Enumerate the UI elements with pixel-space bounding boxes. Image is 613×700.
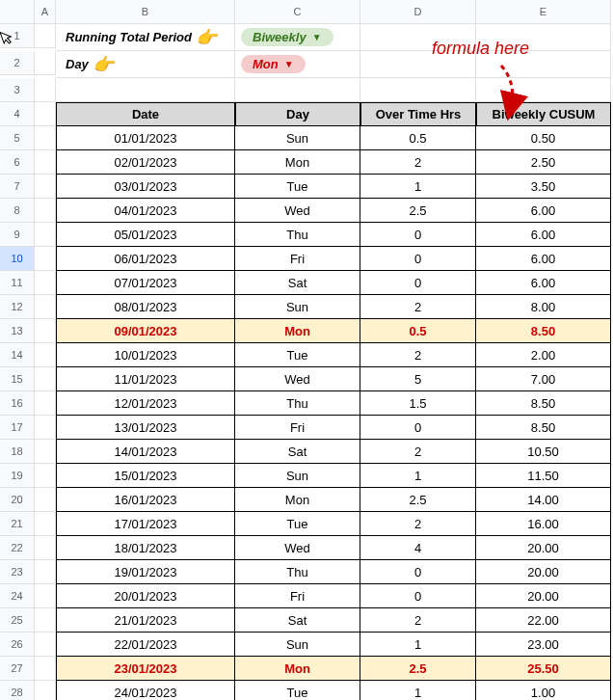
table-header[interactable]: Over Time Hrs — [360, 102, 476, 126]
overtime-cell[interactable]: 4 — [360, 536, 476, 560]
cell-a1[interactable] — [35, 24, 56, 48]
row-header[interactable]: 22 — [0, 536, 35, 560]
corner-cell[interactable] — [0, 0, 35, 24]
row-header[interactable]: 14 — [0, 343, 35, 367]
cusum-cell[interactable]: 6.00 — [476, 247, 611, 271]
cusum-cell[interactable]: 2.00 — [476, 343, 611, 367]
row-header[interactable]: 12 — [0, 295, 35, 319]
day-cell[interactable]: Mon — [235, 657, 360, 681]
overtime-cell[interactable]: 1 — [360, 681, 476, 700]
column-header[interactable]: D — [360, 0, 476, 24]
day-cell[interactable]: Sun — [235, 126, 360, 150]
cusum-cell[interactable]: 8.50 — [476, 416, 611, 440]
day-cell[interactable]: Fri — [235, 584, 360, 608]
row-header[interactable]: 6 — [0, 150, 35, 175]
day-cell[interactable]: Wed — [235, 367, 360, 391]
row-header[interactable]: 24 — [0, 584, 35, 608]
date-cell[interactable]: 15/01/2023 — [56, 464, 235, 488]
row-header[interactable]: 2 — [0, 51, 35, 75]
day-dropdown[interactable]: Mon▼ — [241, 55, 306, 73]
day-cell[interactable]: Tue — [235, 343, 360, 367]
day-cell[interactable]: Fri — [235, 416, 360, 440]
overtime-cell[interactable]: 0.5 — [360, 126, 476, 150]
date-cell[interactable]: 21/01/2023 — [56, 608, 235, 633]
row-header[interactable]: 3 — [0, 78, 35, 102]
overtime-cell[interactable]: 0 — [360, 223, 476, 247]
cell-a[interactable] — [35, 464, 56, 488]
day-cell[interactable]: Mon — [235, 319, 360, 343]
date-cell[interactable]: 08/01/2023 — [56, 295, 235, 319]
row-header[interactable]: 17 — [0, 416, 35, 440]
cusum-cell[interactable]: 0.50 — [476, 126, 611, 150]
overtime-cell[interactable]: 1 — [360, 175, 476, 199]
date-cell[interactable]: 12/01/2023 — [56, 391, 235, 416]
date-cell[interactable]: 13/01/2023 — [56, 416, 235, 440]
date-cell[interactable]: 11/01/2023 — [56, 367, 235, 391]
cell-a[interactable] — [35, 271, 56, 295]
date-cell[interactable]: 09/01/2023 — [56, 319, 235, 343]
overtime-cell[interactable]: 0 — [360, 560, 476, 584]
row-header[interactable]: 9 — [0, 223, 35, 247]
cusum-cell[interactable]: 8.50 — [476, 319, 611, 343]
overtime-cell[interactable]: 2 — [360, 512, 476, 536]
cell-a[interactable] — [35, 608, 56, 633]
date-cell[interactable]: 24/01/2023 — [56, 681, 235, 700]
period-dropdown[interactable]: Biweekly▼ — [241, 28, 333, 46]
cell-a4[interactable] — [35, 102, 56, 126]
column-header[interactable]: A — [35, 0, 56, 24]
cell-a[interactable] — [35, 175, 56, 199]
cell-a[interactable] — [35, 343, 56, 367]
date-cell[interactable]: 05/01/2023 — [56, 223, 235, 247]
row-header[interactable]: 7 — [0, 175, 35, 199]
day-cell[interactable]: Wed — [235, 199, 360, 223]
overtime-cell[interactable]: 2 — [360, 608, 476, 633]
overtime-cell[interactable]: 5 — [360, 367, 476, 391]
cusum-cell[interactable]: 8.00 — [476, 295, 611, 319]
cell-a[interactable] — [35, 560, 56, 584]
date-cell[interactable]: 20/01/2023 — [56, 584, 235, 608]
column-header[interactable]: E — [476, 0, 611, 24]
day-cell[interactable]: Sun — [235, 295, 360, 319]
row-header[interactable]: 18 — [0, 440, 35, 464]
empty-cell[interactable] — [235, 78, 360, 102]
overtime-cell[interactable]: 2 — [360, 440, 476, 464]
cusum-cell[interactable]: 20.00 — [476, 584, 611, 608]
day-cell[interactable]: Sat — [235, 271, 360, 295]
cell-a[interactable] — [35, 391, 56, 416]
cell-a[interactable] — [35, 416, 56, 440]
row-header[interactable]: 21 — [0, 512, 35, 536]
overtime-cell[interactable]: 2.5 — [360, 488, 476, 512]
date-cell[interactable]: 18/01/2023 — [56, 536, 235, 560]
row-header[interactable]: 11 — [0, 271, 35, 295]
day-cell[interactable]: Mon — [235, 488, 360, 512]
date-cell[interactable]: 16/01/2023 — [56, 488, 235, 512]
empty-cell[interactable] — [35, 78, 56, 102]
row-header[interactable]: 19 — [0, 464, 35, 488]
cell-a[interactable] — [35, 488, 56, 512]
cell-a[interactable] — [35, 633, 56, 657]
date-cell[interactable]: 14/01/2023 — [56, 440, 235, 464]
table-header[interactable]: Day — [235, 102, 360, 126]
row-header[interactable]: 8 — [0, 199, 35, 223]
cell-a[interactable] — [35, 223, 56, 247]
column-header[interactable]: B — [56, 0, 235, 24]
day-cell[interactable]: Tue — [235, 175, 360, 199]
date-cell[interactable]: 17/01/2023 — [56, 512, 235, 536]
cell-a[interactable] — [35, 247, 56, 271]
cell-a2[interactable] — [35, 51, 56, 75]
date-cell[interactable]: 19/01/2023 — [56, 560, 235, 584]
overtime-cell[interactable]: 2.5 — [360, 199, 476, 223]
day-cell[interactable]: Sun — [235, 633, 360, 657]
date-cell[interactable]: 23/01/2023 — [56, 657, 235, 681]
overtime-cell[interactable]: 0 — [360, 247, 476, 271]
overtime-cell[interactable]: 0 — [360, 584, 476, 608]
cusum-cell[interactable]: 22.00 — [476, 608, 611, 633]
cusum-cell[interactable]: 25.50 — [476, 657, 611, 681]
cell-a[interactable] — [35, 367, 56, 391]
column-header[interactable]: C — [235, 0, 360, 24]
overtime-cell[interactable]: 2 — [360, 343, 476, 367]
cell-a[interactable] — [35, 440, 56, 464]
date-cell[interactable]: 06/01/2023 — [56, 247, 235, 271]
empty-cell[interactable] — [360, 78, 476, 102]
day-cell[interactable]: Tue — [235, 512, 360, 536]
